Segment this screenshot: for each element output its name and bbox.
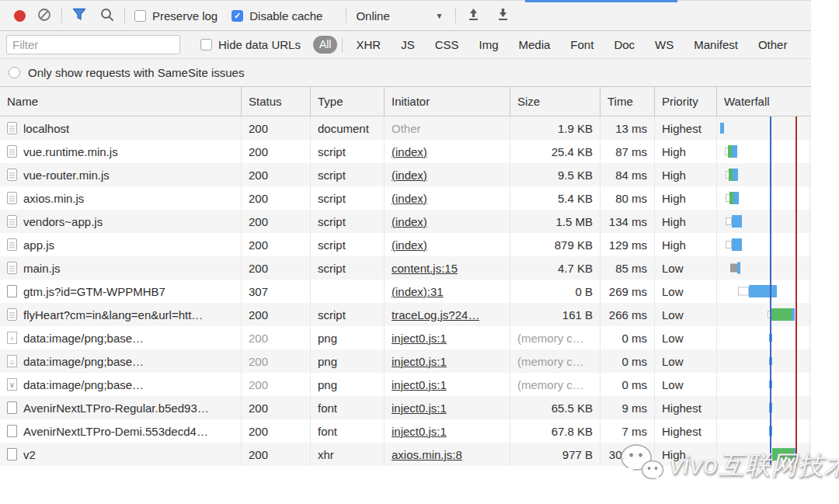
filter-type-other[interactable]: Other (758, 38, 788, 51)
initiator-link[interactable]: inject0.js:1 (392, 332, 447, 345)
preserve-log-label[interactable]: Preserve log (152, 9, 218, 23)
request-time: 269 ms (601, 280, 655, 303)
hide-data-urls-label[interactable]: Hide data URLs (218, 38, 301, 51)
clear-button[interactable] (37, 8, 52, 23)
network-panel: Preserve log ✓ Disable cache Online ▼ Hi… (0, 0, 811, 466)
initiator-link[interactable]: (index) (392, 169, 427, 182)
request-priority: High (655, 186, 717, 210)
table-row[interactable]: ‹data:image/png;base… 200 png inject0.js… (0, 326, 811, 349)
filter-type-media[interactable]: Media (519, 38, 551, 51)
filter-type-img[interactable]: Img (479, 38, 498, 51)
filter-type-doc[interactable]: Doc (614, 38, 635, 51)
script-file-icon (7, 308, 17, 321)
initiator-link[interactable]: (index) (392, 145, 427, 158)
clear-icon (37, 8, 51, 24)
table-row[interactable]: vue.runtime.min.js 200 script (index) 25… (0, 140, 811, 163)
request-type: script (311, 233, 385, 256)
script-file-icon (7, 238, 17, 251)
request-priority: High (655, 140, 717, 163)
filter-type-all[interactable]: All (313, 36, 338, 54)
request-priority: Highest (655, 396, 717, 419)
initiator-link[interactable]: (index) (392, 215, 427, 228)
import-har-button[interactable] (465, 8, 481, 23)
request-time: 0 ms (601, 373, 655, 396)
table-row[interactable]: ⌂data:image/png;base… 200 png inject0.js… (0, 349, 811, 373)
preserve-log-checkbox[interactable] (134, 10, 146, 22)
table-row[interactable]: AvenirNextLTPro-Regular.b5ed93… 200 font… (0, 396, 811, 419)
column-header-size[interactable]: Size (510, 87, 601, 116)
column-header-initiator[interactable]: Initiator (385, 87, 510, 116)
toolbar-separator (61, 8, 62, 23)
initiator-link[interactable]: content.js:15 (392, 262, 458, 275)
column-header-priority[interactable]: Priority (655, 87, 717, 116)
request-name: gtm.js?id=GTM-WPPMHB7 (23, 285, 165, 298)
throttling-value: Online (356, 9, 389, 23)
initiator-link[interactable]: axios.min.js:8 (392, 448, 462, 461)
export-har-button[interactable] (495, 8, 510, 23)
initiator-link[interactable]: inject0.js:1 (392, 401, 447, 415)
table-row[interactable]: AvenirNextLTPro-Demi.553decd4… 200 font … (0, 419, 811, 443)
request-type: script (311, 163, 385, 186)
throttling-dropdown[interactable]: Online ▼ (356, 9, 443, 23)
table-row[interactable]: flyHeart?cm=in&lang=en&url=htt… 200 scri… (0, 303, 811, 326)
initiator-link[interactable]: traceLog.js?24… (392, 308, 479, 322)
request-size: 25.4 KB (510, 140, 601, 163)
table-row[interactable]: ∨data:image/png;base… 200 png inject0.js… (0, 373, 811, 396)
filter-toggle-button[interactable] (71, 8, 87, 23)
table-row[interactable]: app.js 200 script (index) 879 KB 129 ms … (0, 233, 811, 256)
request-name: vue-router.min.js (23, 169, 110, 182)
request-size: (memory c… (510, 349, 601, 373)
initiator-link[interactable]: (index) (392, 192, 427, 205)
search-button[interactable] (99, 8, 115, 23)
request-time: 134 ms (601, 210, 655, 233)
request-priority: Highest (655, 116, 717, 140)
table-row[interactable]: vue-router.min.js 200 script (index) 9.5… (0, 163, 811, 186)
request-priority: Low (655, 280, 717, 303)
disable-cache-label[interactable]: Disable cache (249, 9, 322, 23)
filter-type-js[interactable]: JS (401, 38, 415, 51)
samesite-label[interactable]: Only show requests with SameSite issues (28, 66, 244, 79)
load-event-line (795, 116, 797, 466)
request-size: 1.5 MB (510, 210, 601, 233)
filter-input[interactable] (6, 35, 180, 54)
initiator-link[interactable]: (index):31 (392, 285, 444, 298)
filter-type-ws[interactable]: WS (655, 38, 674, 51)
table-row[interactable]: vendors~app.js 200 script (index) 1.5 MB… (0, 210, 811, 233)
initiator-link[interactable]: inject0.js:1 (392, 355, 447, 368)
table-row[interactable]: axios.min.js 200 script (index) 5.4 KB 8… (0, 186, 811, 210)
table-row[interactable]: main.js 200 script content.js:15 4.7 KB … (0, 256, 811, 280)
filter-type-xhr[interactable]: XHR (356, 38, 381, 51)
chevron-down-icon: ▼ (436, 12, 444, 20)
table-row[interactable]: localhost 200 document Other 1.9 KB 13 m… (0, 116, 811, 140)
request-name: axios.min.js (23, 192, 84, 205)
record-button[interactable] (14, 10, 26, 22)
initiator-link[interactable]: (index) (392, 238, 427, 252)
request-size: 977 B (510, 443, 601, 466)
request-name: AvenirNextLTPro-Regular.b5ed93… (23, 401, 209, 415)
script-file-icon (7, 262, 17, 274)
column-header-type[interactable]: Type (311, 87, 385, 116)
column-header-time[interactable]: Time (601, 87, 655, 116)
filter-type-manifest[interactable]: Manifest (694, 38, 738, 51)
request-name: vendors~app.js (23, 215, 103, 228)
request-size: (memory c… (510, 373, 601, 396)
request-type: font (311, 396, 385, 419)
hide-data-urls-checkbox[interactable] (200, 39, 212, 50)
disable-cache-checkbox[interactable]: ✓ (232, 10, 243, 22)
filter-type-font[interactable]: Font (570, 38, 594, 51)
column-header-name[interactable]: Name (0, 87, 242, 116)
initiator-link[interactable]: inject0.js:1 (392, 425, 447, 438)
request-priority: Low (655, 256, 717, 280)
column-header-waterfall[interactable]: Waterfall (717, 87, 811, 116)
request-status: 200 (242, 140, 311, 163)
request-time: 87 ms (601, 140, 655, 163)
watermark-text: vivo互联网技术 (670, 448, 839, 483)
column-header-status[interactable]: Status (242, 87, 311, 116)
request-name: app.js (23, 238, 54, 252)
samesite-checkbox[interactable] (9, 67, 20, 78)
filter-type-css[interactable]: CSS (435, 38, 459, 51)
script-file-icon (7, 169, 17, 181)
request-status: 200 (242, 373, 311, 396)
initiator-link[interactable]: inject0.js:1 (392, 378, 447, 391)
table-row[interactable]: gtm.js?id=GTM-WPPMHB7 307 (index):31 0 B… (0, 280, 811, 303)
